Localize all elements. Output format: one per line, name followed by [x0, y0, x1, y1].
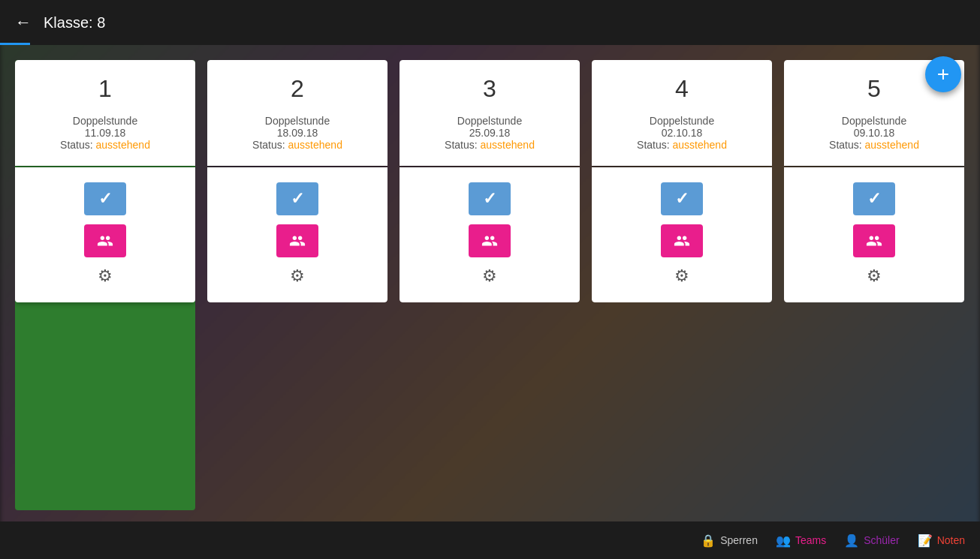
groups-icon-1	[97, 233, 113, 249]
groups-icon-5	[866, 233, 882, 249]
checkmark-icon-2: ✓	[291, 189, 304, 209]
session-status-3: Status: ausstehend	[412, 139, 568, 151]
session-type-5: Doppelstunde	[796, 115, 952, 127]
session-column-5: 5 Doppelstunde 09.10.18 Status: ausstehe…	[784, 60, 964, 302]
teams-button-5[interactable]	[853, 224, 895, 257]
main-content: + 1 Doppelstunde 11.09.18 Status: ausste…	[0, 45, 980, 521]
back-button[interactable]: ←	[15, 13, 32, 32]
footer-schueler-item[interactable]: 👤 Schüler	[844, 533, 899, 548]
session-actions-card-5: ✓ ⚙	[784, 167, 964, 302]
teams-icon: 👥	[776, 533, 791, 548]
check-button-4[interactable]: ✓	[661, 182, 703, 215]
checkmark-icon-3: ✓	[483, 189, 496, 209]
gear-icon-5: ⚙	[867, 266, 882, 285]
gear-button-2[interactable]: ⚙	[290, 266, 305, 286]
gear-button-1[interactable]: ⚙	[98, 266, 113, 286]
gear-icon-1: ⚙	[98, 266, 113, 285]
footer-teams-item[interactable]: 👥 Teams	[776, 533, 826, 548]
groups-icon-4	[674, 233, 690, 249]
session-type-4: Doppelstunde	[604, 115, 760, 127]
groups-icon-3	[481, 233, 498, 249]
gear-icon-3: ⚙	[482, 266, 497, 285]
sessions-container: 1 Doppelstunde 11.09.18 Status: ausstehe…	[15, 60, 965, 510]
gear-button-5[interactable]: ⚙	[867, 266, 882, 286]
session-column-4: 4 Doppelstunde 02.10.18 Status: ausstehe…	[592, 60, 772, 302]
session-number-4: 4	[604, 75, 760, 103]
session-number-1: 1	[27, 75, 183, 103]
session-column-1: 1 Doppelstunde 11.09.18 Status: ausstehe…	[15, 60, 195, 510]
session-info-card-1: 1 Doppelstunde 11.09.18 Status: ausstehe…	[15, 60, 195, 166]
session-type-2: Doppelstunde	[219, 115, 375, 127]
session-date-1: 11.09.18	[27, 127, 183, 139]
app-footer: 🔒 Sperren 👥 Teams 👤 Schüler 📝 Noten	[0, 521, 980, 559]
checkmark-icon-5: ✓	[867, 189, 881, 209]
check-button-2[interactable]: ✓	[276, 182, 318, 215]
session-type-1: Doppelstunde	[27, 115, 183, 127]
check-button-1[interactable]: ✓	[84, 182, 126, 215]
session-status-1: Status: ausstehend	[27, 139, 183, 151]
session-status-4: Status: ausstehend	[604, 139, 760, 151]
gear-button-3[interactable]: ⚙	[482, 266, 497, 286]
session-actions-card-4: ✓ ⚙	[592, 167, 772, 302]
session-actions-card-2: ✓ ⚙	[207, 167, 387, 302]
noten-icon: 📝	[918, 533, 933, 548]
footer-lock-label: Sperren	[720, 534, 758, 546]
teams-button-2[interactable]	[276, 224, 318, 257]
session-column-2: 2 Doppelstunde 18.09.18 Status: ausstehe…	[207, 60, 387, 302]
checkmark-icon-4: ✓	[675, 189, 689, 209]
footer-noten-item[interactable]: 📝 Noten	[918, 533, 965, 548]
teams-button-3[interactable]	[469, 224, 511, 257]
lock-icon: 🔒	[701, 533, 716, 548]
gear-icon-2: ⚙	[290, 266, 305, 285]
footer-lock-item[interactable]: 🔒 Sperren	[701, 533, 758, 548]
session-date-4: 02.10.18	[604, 127, 760, 139]
session-status-5: Status: ausstehend	[796, 139, 952, 151]
check-button-3[interactable]: ✓	[469, 182, 511, 215]
gear-button-4[interactable]: ⚙	[674, 266, 689, 286]
session-number-3: 3	[412, 75, 568, 103]
checkmark-icon-1: ✓	[98, 189, 112, 209]
session-column-3: 3 Doppelstunde 25.09.18 Status: ausstehe…	[400, 60, 580, 302]
session-info-card-2: 2 Doppelstunde 18.09.18 Status: ausstehe…	[207, 60, 387, 166]
schueler-icon: 👤	[844, 533, 859, 548]
session-actions-card-1: ✓ ⚙	[15, 167, 195, 302]
teams-button-1[interactable]	[84, 224, 126, 257]
add-session-button[interactable]: +	[925, 56, 961, 92]
session-actions-card-3: ✓ ⚙	[400, 167, 580, 302]
session-info-card-3: 3 Doppelstunde 25.09.18 Status: ausstehe…	[400, 60, 580, 166]
footer-schueler-label: Schüler	[864, 534, 899, 546]
groups-icon-2	[289, 233, 306, 249]
teams-button-4[interactable]	[661, 224, 703, 257]
session-status-2: Status: ausstehend	[219, 139, 375, 151]
page-title: Klasse: 8	[44, 14, 105, 32]
gear-icon-4: ⚙	[674, 266, 689, 285]
check-button-5[interactable]: ✓	[853, 182, 895, 215]
session-number-2: 2	[219, 75, 375, 103]
footer-noten-label: Noten	[937, 534, 965, 546]
session-date-2: 18.09.18	[219, 127, 375, 139]
footer-teams-label: Teams	[795, 534, 826, 546]
session-date-5: 09.10.18	[796, 127, 952, 139]
session-date-3: 25.09.18	[412, 127, 568, 139]
app-header: ← Klasse: 8	[0, 0, 980, 45]
session-info-card-4: 4 Doppelstunde 02.10.18 Status: ausstehe…	[592, 60, 772, 166]
session-type-3: Doppelstunde	[412, 115, 568, 127]
